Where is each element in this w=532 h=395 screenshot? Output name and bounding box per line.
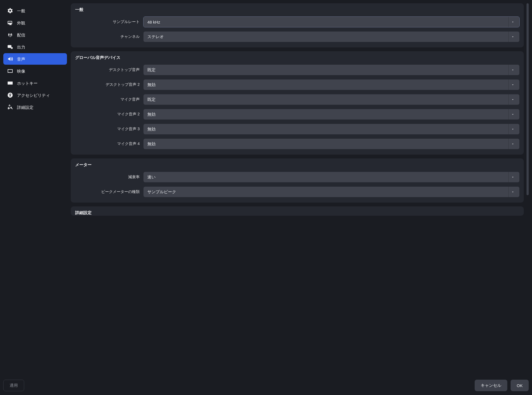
sidebar-item-audio[interactable]: 音声 xyxy=(3,53,67,65)
sidebar-item-advanced[interactable]: 詳細設定 xyxy=(3,101,67,113)
mic-audio-4-dropdown[interactable]: 無効 xyxy=(143,139,519,149)
chevron-down-icon xyxy=(508,109,517,120)
section-general: 一般 サンプルレート 48 kHz チャンネル ステレオ xyxy=(71,3,524,47)
keyboard-icon xyxy=(7,80,13,86)
tools-icon xyxy=(7,104,13,110)
desktop-audio-label: デスクトップ音声 xyxy=(75,67,140,72)
dropdown-value: 速い xyxy=(147,175,506,180)
dropdown-value: 無効 xyxy=(147,141,506,147)
chevron-down-icon xyxy=(508,32,517,42)
sidebar-item-label: 音声 xyxy=(17,57,25,61)
section-title: 一般 xyxy=(75,7,519,12)
sidebar-item-stream[interactable]: 配信 xyxy=(3,29,67,41)
sidebar-item-label: 詳細設定 xyxy=(17,105,33,109)
mic-audio-4-label: マイク音声 4 xyxy=(75,141,140,146)
sidebar-item-label: 映像 xyxy=(17,69,25,73)
sample-rate-label: サンプルレート xyxy=(75,19,140,24)
vertical-scrollbar[interactable] xyxy=(527,3,529,195)
chevron-down-icon xyxy=(508,79,517,90)
channels-dropdown[interactable]: ステレオ xyxy=(143,32,519,42)
channels-label: チャンネル xyxy=(75,34,140,39)
dropdown-value: 既定 xyxy=(147,67,506,73)
mic-audio-3-label: マイク音声 3 xyxy=(75,127,140,132)
desktop-audio-2-dropdown[interactable]: 無効 xyxy=(143,79,519,90)
section-title: 詳細設定 xyxy=(75,210,519,215)
cancel-button[interactable]: キャンセル xyxy=(475,380,507,391)
mic-audio-3-dropdown[interactable]: 無効 xyxy=(143,124,519,134)
sidebar-item-label: 外観 xyxy=(17,21,25,25)
sidebar-item-label: 一般 xyxy=(17,9,25,13)
desktop-audio-dropdown[interactable]: 既定 xyxy=(143,65,519,75)
sample-rate-dropdown[interactable]: 48 kHz xyxy=(143,17,519,27)
apply-button[interactable]: 適用 xyxy=(3,380,24,391)
chevron-down-icon xyxy=(508,172,517,182)
mic-audio-2-dropdown[interactable]: 無効 xyxy=(143,109,519,120)
dropdown-value: ステレオ xyxy=(147,34,506,39)
dropdown-value: 無効 xyxy=(147,127,506,132)
settings-sidebar: 一般 外観 配信 出力 音声 映像 xyxy=(3,3,67,373)
peak-meter-type-dropdown[interactable]: サンプルピーク xyxy=(143,187,519,197)
peak-meter-type-label: ピークメーターの種類 xyxy=(75,189,140,194)
desktop-audio-2-label: デスクトップ音声 2 xyxy=(75,82,140,87)
dropdown-value: サンプルピーク xyxy=(147,189,506,195)
gear-icon xyxy=(7,8,13,14)
sidebar-item-general[interactable]: 一般 xyxy=(3,5,67,16)
chevron-down-icon xyxy=(508,65,517,75)
sidebar-item-output[interactable]: 出力 xyxy=(3,41,67,53)
section-global-audio-devices: グローバル音声デバイス デスクトップ音声 既定 デスクトップ音声 2 無効 xyxy=(71,51,524,155)
section-title: グローバル音声デバイス xyxy=(75,55,519,60)
dropdown-value: 無効 xyxy=(147,112,506,117)
sidebar-item-accessibility[interactable]: アクセシビリティ xyxy=(3,89,67,101)
appearance-icon xyxy=(7,20,13,26)
dropdown-value: 既定 xyxy=(147,97,506,102)
speaker-icon xyxy=(7,56,13,62)
sidebar-item-label: 出力 xyxy=(17,45,25,49)
monitor-icon xyxy=(7,68,13,74)
mic-audio-dropdown[interactable]: 既定 xyxy=(143,94,519,105)
dropdown-value: 48 kHz xyxy=(147,20,506,24)
antenna-icon xyxy=(7,32,13,38)
chevron-down-icon xyxy=(508,17,517,27)
section-title: メーター xyxy=(75,162,519,167)
chevron-down-icon xyxy=(508,187,517,197)
dropdown-value: 無効 xyxy=(147,82,506,87)
section-advanced: 詳細設定 xyxy=(71,206,524,216)
accessibility-icon xyxy=(7,92,13,98)
sidebar-item-label: 配信 xyxy=(17,33,25,37)
settings-content: 一般 サンプルレート 48 kHz チャンネル ステレオ xyxy=(71,3,529,373)
decay-rate-label: 減衰率 xyxy=(75,175,140,180)
dialog-footer: 適用 キャンセル OK xyxy=(3,373,529,391)
sidebar-item-hotkeys[interactable]: ホットキー xyxy=(3,77,67,89)
output-icon xyxy=(7,44,13,50)
mic-audio-label: マイク音声 xyxy=(75,97,140,102)
mic-audio-2-label: マイク音声 2 xyxy=(75,112,140,117)
section-meters: メーター 減衰率 速い ピークメーターの種類 サンプルピーク xyxy=(71,158,524,203)
sidebar-item-label: ホットキー xyxy=(17,81,38,85)
sidebar-item-label: アクセシビリティ xyxy=(17,93,50,97)
sidebar-item-video[interactable]: 映像 xyxy=(3,65,67,77)
sidebar-item-appearance[interactable]: 外観 xyxy=(3,17,67,29)
chevron-down-icon xyxy=(508,139,517,149)
ok-button[interactable]: OK xyxy=(511,380,529,391)
chevron-down-icon xyxy=(508,124,517,134)
decay-rate-dropdown[interactable]: 速い xyxy=(143,172,519,182)
chevron-down-icon xyxy=(508,94,517,105)
